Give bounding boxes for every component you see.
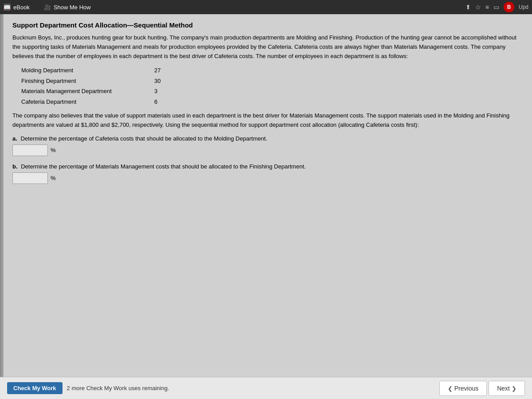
chevron-right-icon <box>512 385 516 392</box>
nav-buttons: Previous Next <box>439 381 525 396</box>
page-title: Support Department Cost Allocation—Seque… <box>12 21 523 29</box>
body-text: The company also believes that the value… <box>12 111 523 130</box>
question-b-pct: % <box>51 175 56 181</box>
bottom-bar: Check My Work 2 more Check My Work uses … <box>0 377 532 399</box>
main-content: Support Department Cost Allocation—Seque… <box>0 14 532 377</box>
menu-icon[interactable]: ≡ <box>485 4 489 11</box>
department-table: Molding Department27Finishing Department… <box>21 65 523 107</box>
question-b-block: b. Determine the percentage of Materials… <box>12 163 523 184</box>
ebook-icon: 📖 <box>4 4 11 11</box>
dept-row: Cafeteria Department6 <box>21 97 523 107</box>
dept-value: 27 <box>154 65 172 75</box>
dept-row: Molding Department27 <box>21 65 523 75</box>
upload-icon[interactable]: ⬆ <box>466 4 471 11</box>
previous-button[interactable]: Previous <box>439 381 487 396</box>
dept-name: Materials Management Department <box>21 86 137 96</box>
next-button[interactable]: Next <box>489 381 525 396</box>
question-a-answer-row: % <box>12 145 523 156</box>
window-icon[interactable]: ▭ <box>493 4 499 11</box>
dept-name: Molding Department <box>21 65 137 75</box>
upd-label: Upd <box>519 4 528 10</box>
question-b-answer-row: % <box>12 172 523 184</box>
question-b-text: Determine the percentage of Materials Ma… <box>21 163 305 170</box>
dept-name: Finishing Department <box>21 76 137 86</box>
dept-name: Cafeteria Department <box>21 97 137 107</box>
dept-row: Finishing Department30 <box>21 76 523 86</box>
intro-text: Bucknum Boys, Inc., produces hunting gea… <box>12 33 523 61</box>
dept-value: 3 <box>154 86 172 96</box>
question-a-input[interactable] <box>12 145 48 156</box>
question-b-input[interactable] <box>12 172 48 184</box>
top-bar-right: ⬆ ☆ ≡ ▭ B Upd <box>466 2 528 12</box>
show-me-how-btn[interactable]: 🎥 Show Me How <box>44 4 91 11</box>
question-b-label: b. Determine the percentage of Materials… <box>12 163 523 170</box>
question-a-block: a. Determine the percentage of Cafeteria… <box>12 135 523 156</box>
dept-value: 30 <box>154 76 172 86</box>
remaining-text: 2 more Check My Work uses remaining. <box>67 385 169 391</box>
show-me-how-label: Show Me How <box>54 4 91 11</box>
check-my-work-button[interactable]: Check My Work <box>7 382 63 394</box>
question-a-label: a. Determine the percentage of Cafeteria… <box>12 135 523 142</box>
profile-button[interactable]: B <box>504 2 514 12</box>
video-icon: 🎥 <box>44 4 51 11</box>
ebook-tab[interactable]: 📖 eBook <box>4 4 30 11</box>
question-a-text: Determine the percentage of Cafeteria co… <box>20 135 267 142</box>
dept-value: 6 <box>154 97 172 107</box>
left-sidebar-strip <box>0 14 4 377</box>
chevron-left-icon <box>448 385 453 392</box>
ebook-label: eBook <box>13 4 30 11</box>
dept-row: Materials Management Department3 <box>21 86 523 96</box>
question-a-pct: % <box>51 147 56 153</box>
top-bar: 📖 eBook 🎥 Show Me How ⬆ ☆ ≡ ▭ B Upd <box>0 0 532 14</box>
star-icon[interactable]: ☆ <box>475 4 481 11</box>
